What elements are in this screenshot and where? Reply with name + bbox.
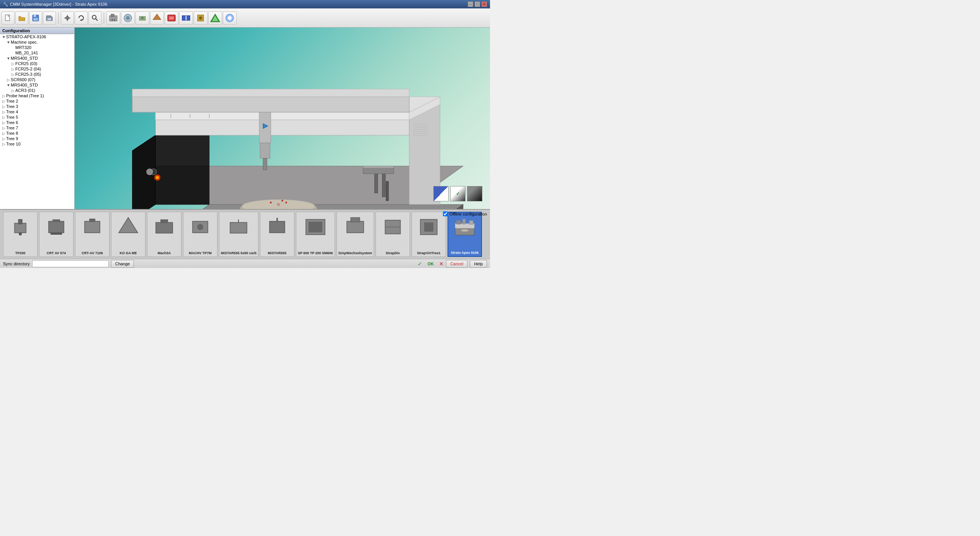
tree-label-tree3: Tree 3 [6,104,18,109]
new-button[interactable] [2,11,15,25]
cancel-button[interactable]: Cancel [446,260,467,268]
view-bw-btn[interactable]: ✓ [450,186,466,201]
minimize-button[interactable]: ─ [468,2,473,7]
tree-item-tree5[interactable]: ▷Tree 5 [0,114,74,120]
svg-rect-92 [85,221,100,233]
machine-icon-crt-av574 [43,214,70,240]
viewport-canvas[interactable]: M1l886 [75,28,490,209]
offline-config-area: Offline configuration [443,211,487,216]
tree-item-tree8[interactable]: ▷Tree 8 [0,131,74,136]
sync-input[interactable] [32,260,109,267]
machine-item-stapwechsel[interactable]: StApWechselsystem [336,212,374,257]
change-button[interactable]: Change [111,260,134,268]
tree-item-tree4[interactable]: ▷Tree 4 [0,109,74,114]
ok-checkmark-icon: ✓ [418,261,422,267]
ok-button[interactable]: OK [425,260,437,268]
machine-btn-9[interactable] [223,11,237,25]
svg-marker-35 [155,135,209,166]
expand-icon-tree5: ▷ [2,115,6,119]
separator-2 [104,12,104,24]
machine-item-crt-av7106[interactable]: CRT-AV 7106 [75,212,109,257]
zoom-button[interactable] [88,11,101,25]
crosshair-button[interactable] [61,11,74,25]
machine-icon-strapvirt1 [415,214,442,240]
machine-btn-2[interactable] [121,11,135,25]
tree-item-mrs400std2[interactable]: ▼MRS400_STD [0,82,74,88]
separator-1 [58,12,59,24]
rotate-button[interactable] [75,11,88,25]
save-as-button[interactable] [43,11,56,25]
open-button[interactable] [15,11,28,25]
machine-item-mach3a[interactable]: Mach3A [147,212,181,257]
titlebar-left: 🔧 CMM SystemManager [3Ddriver] - Strato … [3,2,107,7]
machine-item-mistar555-5x50[interactable]: MiSTAR555 5x50 carb [219,212,258,257]
svg-marker-94 [119,217,138,233]
tree-item-strato[interactable]: ▼STRATO-APEX-9106 [0,34,74,39]
machine-item-strato-apex[interactable]: Strato Apex 9106 [448,212,482,257]
svg-point-116 [461,229,469,232]
sync-directory-area: Sync directory Change [3,260,134,268]
machine-btn-7[interactable] [194,11,207,25]
machine-btn-6[interactable] [179,11,193,25]
config-panel: Configuration ▼STRATO-APEX-9106▼Machine … [0,28,75,209]
tree-item-fcr253[interactable]: ▷FCR25-3 (05) [0,72,74,77]
tree-item-machspec[interactable]: ▼Machine spec. [0,39,74,45]
help-button[interactable]: Help [470,260,487,268]
tree-item-fcr25[interactable]: ▷FCR25 (03) [0,61,74,66]
tree-label-mrt320: MRT320 [15,45,31,50]
svg-point-57 [281,200,283,201]
machine-item-crt-av574[interactable]: CRT AV 574 [39,212,74,257]
offline-config-label: Offline configuration [449,212,487,216]
machine-item-machv-tp7m[interactable]: MACHV TP7M [183,212,217,257]
machine-btn-4[interactable] [150,11,164,25]
tree-label-tree7: Tree 7 [6,126,18,130]
tree-item-tree6[interactable]: ▷Tree 6 [0,120,74,125]
tree-item-scr600[interactable]: ▷SCR600 (07) [0,77,74,82]
machine-label-machv-tp7m: MACHV TP7M [189,251,212,255]
svg-rect-113 [456,221,461,224]
machine-item-strapdiv[interactable]: StrapDiv [376,212,410,257]
view-color-btn[interactable] [433,186,449,201]
tree-item-acr3[interactable]: ▷ACR3 (01) [0,88,74,93]
machine-icon-mach3a [151,214,178,240]
machine-item-strapvirt1[interactable]: StrapVirtTree1 [412,212,446,257]
svg-rect-91 [51,233,62,235]
tree-label-tree4: Tree 4 [6,109,18,114]
view-dark-btn[interactable] [467,186,482,201]
machines-panel: Offline configurationTP200CRT AV 574CRT-… [0,209,490,259]
tree-item-mrt320[interactable]: MRT320 [0,45,74,50]
tree-item-tree9[interactable]: ▷Tree 9 [0,136,74,141]
tree-item-mb20[interactable]: MB_20_141 [0,50,74,56]
svg-rect-64 [363,166,394,168]
tree-label-probehead: Probe head (Tree 1) [6,93,44,98]
tree-item-tree2[interactable]: ▷Tree 2 [0,98,74,104]
maximize-button[interactable]: □ [475,2,480,7]
machine-btn-3[interactable] [136,11,149,25]
machine-label-strapvirt1: StrapVirtTree1 [417,251,440,255]
machine-item-sp600[interactable]: SP 600 TP 200 SM606 [296,212,335,257]
tree-item-probehead[interactable]: ▷Probe head (Tree 1) [0,93,74,98]
tree-item-tree10[interactable]: ▷Tree 10 [0,141,74,147]
tree-item-fcr252[interactable]: ▷FCR25-2 (04) [0,66,74,72]
view-controls[interactable]: ✓ [433,186,482,201]
machine-label-sp600: SP 600 TP 200 SM606 [298,251,333,255]
svg-rect-114 [469,221,473,224]
machine-btn-1[interactable] [106,11,120,25]
tree-item-mrs400std[interactable]: ▼MRS400_STD [0,56,74,61]
close-button[interactable]: ✕ [482,2,487,7]
machine-item-mistar555[interactable]: MiSTAR555 [260,212,294,257]
svg-rect-87 [18,219,22,224]
machine-btn-8[interactable] [208,11,222,25]
titlebar-controls[interactable]: ─ □ ✕ [468,2,487,7]
machine-item-tp200[interactable]: TP200 [3,212,38,257]
tree-item-tree7[interactable]: ▷Tree 7 [0,125,74,131]
tree-item-tree3[interactable]: ▷Tree 3 [0,104,74,109]
svg-point-88 [19,232,22,235]
machine-item-ko-ga-me[interactable]: KO GA ME [111,212,145,257]
svg-rect-96 [160,219,168,223]
save-button[interactable] [29,11,42,25]
tree-label-fcr253: FCR25-3 (05) [15,72,41,77]
offline-config-checkbox[interactable] [443,211,448,216]
viewport-3d[interactable]: M1l886 [75,28,490,209]
machine-btn-5[interactable] [165,11,178,25]
